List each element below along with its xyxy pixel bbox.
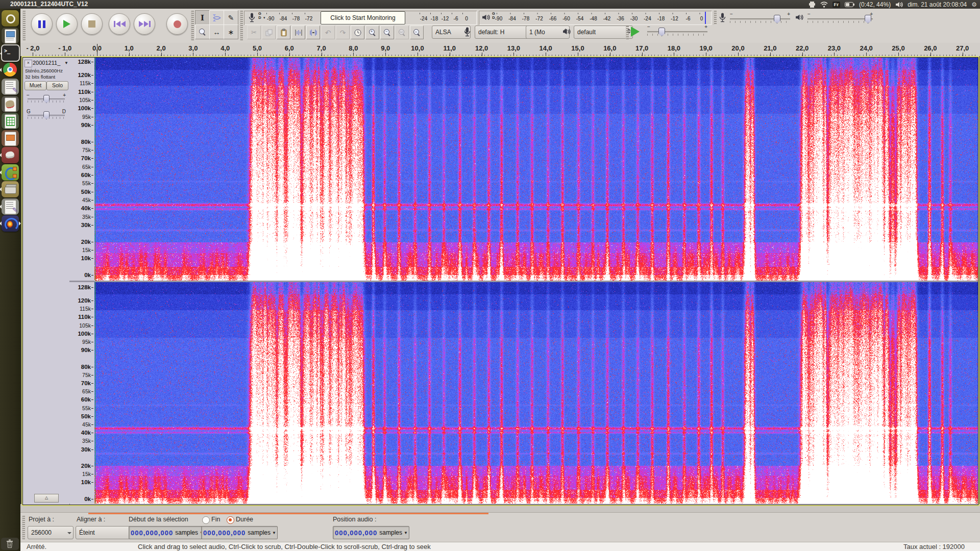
- printer-icon[interactable]: [808, 2, 816, 8]
- trim-button[interactable]: [291, 26, 305, 39]
- mute-button[interactable]: Muet: [24, 81, 46, 90]
- ruler-time-label: 17,0: [635, 44, 648, 52]
- selection-start-field[interactable]: 000,000,000samples▼: [129, 526, 205, 539]
- window-title: 20001211_212404UTC_V12: [10, 0, 88, 9]
- toolbar-highlight-bar: [88, 513, 488, 514]
- track-collapse-button[interactable]: △: [34, 494, 59, 503]
- record-button[interactable]: [166, 13, 188, 35]
- pause-button[interactable]: [31, 13, 53, 35]
- volume-icon[interactable]: [895, 2, 903, 8]
- pan-left-label: G: [27, 109, 31, 114]
- skip-to-start-button[interactable]: [109, 13, 130, 35]
- dock-item-vector-editor[interactable]: [2, 164, 19, 181]
- dock-item-image-document[interactable]: [2, 28, 19, 44]
- sync-lock-button[interactable]: [351, 26, 364, 39]
- battery-icon[interactable]: [845, 2, 854, 7]
- dock-item-libreoffice-calc[interactable]: [2, 113, 19, 129]
- zoom-in-button[interactable]: +: [365, 26, 379, 39]
- dock-item-notes-editor[interactable]: ✎: [2, 198, 19, 215]
- freq-label: 20k: [68, 239, 93, 245]
- dock-item-media-app[interactable]: [2, 147, 19, 163]
- meter-dropdown-arrow[interactable]: ▾: [263, 16, 265, 20]
- toolbar-gripper[interactable]: [626, 26, 629, 39]
- ruler-major-tick: [770, 53, 771, 56]
- selection-start-label: Début de la sélection: [129, 516, 188, 523]
- zoom-out-button[interactable]: −: [380, 26, 394, 39]
- recording-device-select[interactable]: default: H: [475, 26, 534, 39]
- keyboard-layout-indicator[interactable]: Fr: [832, 2, 841, 8]
- timeshift-tool-button[interactable]: ↔: [209, 24, 224, 39]
- trash-icon[interactable]: [1, 538, 19, 550]
- dock-item-terminal[interactable]: >_: [1, 44, 20, 62]
- envelope-tool-button[interactable]: [209, 10, 224, 25]
- snap-to-select[interactable]: Éteint: [76, 526, 137, 539]
- freq-label: 60k: [68, 396, 93, 403]
- recording-meter[interactable]: GD ▾ Click to Start Monitoring -90-84-78…: [244, 11, 477, 25]
- playback-meter[interactable]: GD -90-84-78-72-66-60-54-48-42-36-30-24-…: [479, 11, 712, 25]
- stop-button[interactable]: [81, 13, 103, 35]
- pan-slider[interactable]: G D: [27, 109, 66, 121]
- ruler-major-tick: [289, 53, 290, 56]
- timeline-ruler[interactable]: - 2,0- 1,00,01,02,03,04,05,06,07,08,09,0…: [20, 43, 980, 57]
- selection-duration-radio-label[interactable]: Durée: [236, 516, 253, 523]
- tools-toolbar: I ✎ ↔ ∗: [194, 10, 238, 40]
- session-gear-icon[interactable]: ⚙: [971, 1, 977, 8]
- freq-label: 55k: [68, 180, 93, 186]
- dock-item-pdf-annotator[interactable]: [2, 96, 19, 112]
- audio-position-field[interactable]: 000,000,000samples▼: [333, 526, 409, 539]
- toolbar-gripper[interactable]: [22, 516, 25, 539]
- multi-tool-button[interactable]: ∗: [224, 24, 238, 39]
- paste-button[interactable]: [277, 26, 290, 39]
- solo-button[interactable]: Solo: [46, 81, 68, 90]
- track-menu-arrow[interactable]: ▼: [64, 61, 68, 65]
- toolbar-gripper[interactable]: [240, 11, 243, 40]
- track-close-button[interactable]: ×: [24, 60, 32, 67]
- freq-label: 35k: [68, 438, 93, 444]
- ruler-major-tick: [482, 53, 482, 56]
- input-volume-slider[interactable]: −+: [730, 12, 790, 25]
- wifi-icon[interactable]: [820, 2, 828, 8]
- dock-item-scanner-utility[interactable]: [2, 181, 19, 197]
- play-icon: [63, 20, 70, 28]
- fit-project-button[interactable]: ↔: [410, 26, 424, 39]
- spectrogram-left-channel[interactable]: [94, 58, 978, 281]
- silence-button[interactable]: [306, 26, 320, 39]
- play-button[interactable]: [56, 13, 78, 35]
- dock-item-ubuntu-dash[interactable]: [2, 10, 19, 27]
- play-at-speed-button[interactable]: [631, 27, 642, 38]
- track-name[interactable]: 20001211_: [33, 60, 62, 66]
- frequency-ruler-right-channel[interactable]: 128k120k115k110k105k100k95k90k80k75k70k6…: [69, 282, 95, 504]
- toolbar-gripper[interactable]: [714, 11, 717, 25]
- ruler-time-label: 24,0: [860, 44, 873, 52]
- project-rate-select[interactable]: 256000: [28, 526, 74, 539]
- frequency-ruler-left-channel[interactable]: 128k120k115k110k105k100k95k90k80k75k70k6…: [69, 58, 95, 281]
- battery-text[interactable]: (0:42, 44%): [859, 1, 891, 8]
- toolbar-gripper[interactable]: [22, 11, 26, 40]
- zoom-tool-button[interactable]: [195, 24, 210, 39]
- meter-db-label: -18: [431, 16, 438, 21]
- selection-end-field[interactable]: 000,000,000samples▼: [201, 526, 278, 539]
- spectrogram-right-channel[interactable]: [94, 282, 978, 504]
- selection-end-radio-label[interactable]: Fin: [211, 516, 220, 523]
- freq-label: 75k: [68, 372, 93, 378]
- draw-tool-button[interactable]: ✎: [224, 10, 238, 25]
- dock-item-text-editor[interactable]: ✎: [2, 79, 19, 95]
- dock-item-audacity[interactable]: [2, 215, 19, 232]
- output-volume-slider[interactable]: −+: [807, 12, 873, 25]
- selection-duration-radio[interactable]: [227, 516, 234, 524]
- pause-icon: [38, 20, 45, 28]
- playback-speed-slider[interactable]: −+: [647, 24, 707, 38]
- meter-db-label: -24: [420, 16, 427, 21]
- clock[interactable]: dim. 21 août 20:08:04: [908, 1, 967, 8]
- meter-db-label: -90: [495, 16, 502, 21]
- monitoring-hint[interactable]: Click to Start Monitoring: [321, 11, 405, 24]
- selection-end-radio[interactable]: [202, 516, 210, 524]
- ibeam-icon: I: [201, 13, 204, 22]
- selection-tool-button[interactable]: I: [195, 10, 210, 25]
- skip-to-end-button[interactable]: [134, 13, 155, 35]
- playback-device-select[interactable]: default: [574, 26, 633, 39]
- dock-item-chrome[interactable]: [2, 62, 19, 78]
- gain-slider[interactable]: − +: [27, 92, 66, 105]
- dock-item-libreoffice-impress[interactable]: [2, 130, 19, 146]
- freq-label: 0k: [68, 272, 93, 278]
